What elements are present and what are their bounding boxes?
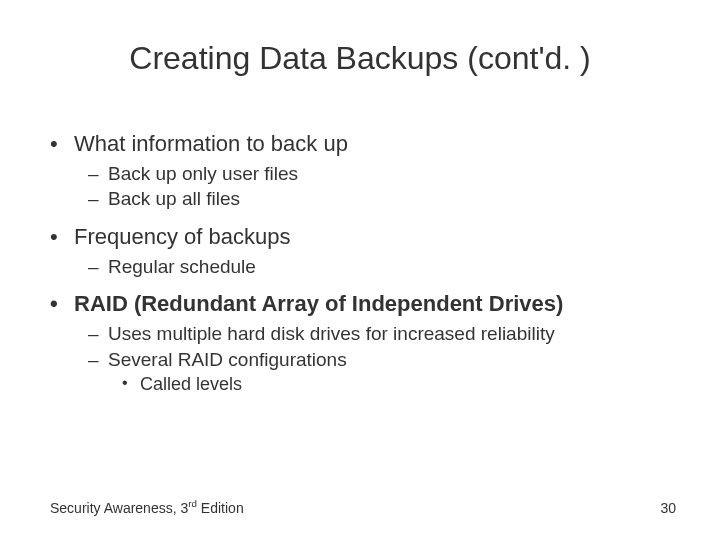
bullet-l1: What information to back up xyxy=(50,130,680,158)
bullet-l1-bold: RAID (Redundant Array of Independent Dri… xyxy=(50,290,680,318)
footer-left: Security Awareness, 3rd Edition xyxy=(50,500,244,516)
bullet-l2: Back up only user files xyxy=(50,162,680,186)
slide-title: Creating Data Backups (cont'd. ) xyxy=(0,40,720,77)
footer-text-pre: Security Awareness, 3 xyxy=(50,500,188,516)
footer-text-post: Edition xyxy=(197,500,244,516)
slide: Creating Data Backups (cont'd. ) What in… xyxy=(0,0,720,540)
footer-ordinal-sup: rd xyxy=(188,498,197,509)
bullet-group-1: What information to back up Back up only… xyxy=(50,130,680,211)
page-number: 30 xyxy=(660,500,676,516)
bullet-list: What information to back up Back up only… xyxy=(50,130,680,396)
bullet-l1: Frequency of backups xyxy=(50,223,680,251)
bullet-group-3: RAID (Redundant Array of Independent Dri… xyxy=(50,290,680,396)
bullet-l2: Uses multiple hard disk drives for incre… xyxy=(50,322,680,346)
bullet-group-2: Frequency of backups Regular schedule xyxy=(50,223,680,278)
bullet-l2: Back up all files xyxy=(50,187,680,211)
bullet-l3: Called levels xyxy=(50,373,680,396)
bullet-l2: Several RAID configurations xyxy=(50,348,680,372)
slide-body: What information to back up Back up only… xyxy=(50,130,680,408)
bullet-l2: Regular schedule xyxy=(50,255,680,279)
